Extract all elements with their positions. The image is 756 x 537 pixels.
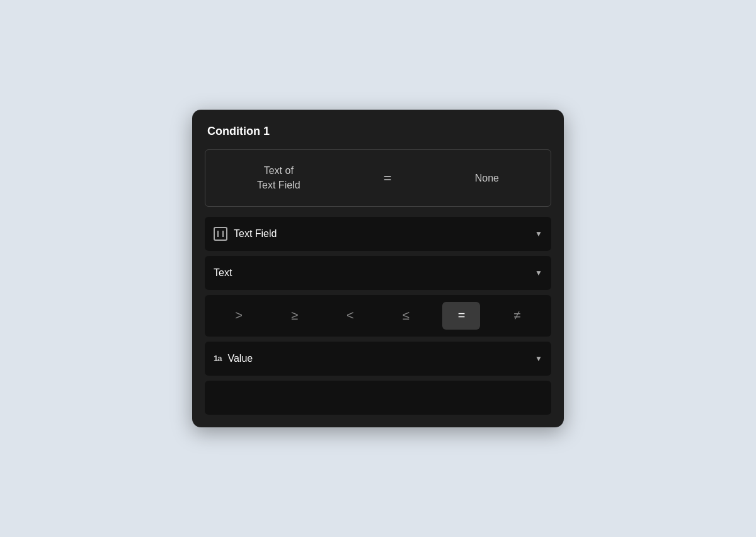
condition-card: Condition 1 Text of Text Field = None Te… bbox=[192, 110, 564, 427]
summary-operator: = bbox=[384, 170, 392, 187]
type-dropdown-label: Text bbox=[214, 267, 232, 279]
operator-gte-button[interactable]: ≥ bbox=[275, 302, 313, 330]
operator-lt-button[interactable]: < bbox=[331, 302, 369, 330]
value-dropdown-label: Value bbox=[227, 353, 253, 364]
operator-eq-button[interactable]: = bbox=[442, 302, 480, 330]
operator-lte-button[interactable]: ≤ bbox=[387, 302, 425, 330]
title-prefix: Condition bbox=[207, 125, 263, 137]
operator-gt-button[interactable]: > bbox=[220, 302, 258, 330]
operator-neq-button[interactable]: ≠ bbox=[498, 302, 536, 330]
field-dropdown-chevron: ▼ bbox=[535, 229, 542, 238]
value-icon: 1a bbox=[214, 354, 221, 363]
field-dropdown[interactable]: Text Field ▼ bbox=[205, 217, 551, 251]
title-number: 1 bbox=[263, 125, 270, 137]
value-dropdown-left: 1a Value bbox=[214, 353, 253, 364]
card-title: Condition 1 bbox=[205, 125, 551, 138]
type-dropdown-chevron: ▼ bbox=[535, 268, 542, 277]
value-dropdown[interactable]: 1a Value ▼ bbox=[205, 342, 551, 376]
field-dropdown-left: Text Field bbox=[214, 227, 277, 241]
value-dropdown-chevron: ▼ bbox=[535, 354, 542, 363]
field-dropdown-label: Text Field bbox=[234, 228, 277, 240]
type-dropdown-left: Text bbox=[214, 267, 232, 279]
summary-field: Text of Text Field bbox=[257, 164, 300, 192]
condition-summary: Text of Text Field = None bbox=[205, 149, 551, 207]
text-field-icon bbox=[214, 227, 227, 241]
summary-value: None bbox=[475, 173, 499, 184]
operators-row: > ≥ < ≤ = ≠ bbox=[205, 295, 551, 337]
empty-input-area[interactable] bbox=[205, 381, 551, 415]
text-field-icon-inner bbox=[217, 231, 224, 237]
type-dropdown[interactable]: Text ▼ bbox=[205, 256, 551, 290]
